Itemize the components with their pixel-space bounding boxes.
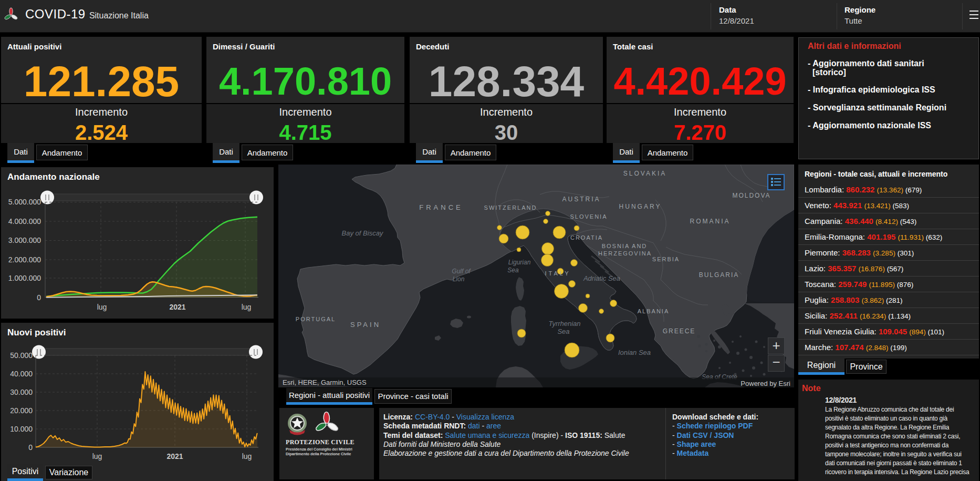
svg-text:HERZEGOVINA: HERZEGOVINA (598, 250, 652, 257)
svg-text:SERBIA: SERBIA (652, 256, 680, 262)
svg-text:ITALY: ITALY (545, 270, 571, 277)
svg-text:AUSTRIA: AUSTRIA (562, 196, 600, 203)
svg-text:ROMANIA: ROMANIA (690, 218, 730, 225)
svg-text:Adriatic Sea: Adriatic Sea (583, 274, 620, 282)
svg-text:ALBANIA: ALBANIA (638, 308, 669, 314)
svg-text:Gulf of: Gulf of (452, 268, 471, 275)
svg-text:HUNGARY: HUNGARY (619, 203, 662, 210)
svg-text:GREECE: GREECE (663, 328, 696, 335)
svg-text:BULGARIA: BULGARIA (699, 271, 739, 279)
svg-text:Tyrrhenian: Tyrrhenian (548, 320, 580, 328)
svg-text:Ionian Sea: Ionian Sea (618, 349, 651, 356)
svg-text:MOLDOVA: MOLDOVA (732, 192, 770, 199)
svg-text:Lion: Lion (453, 275, 465, 283)
svg-text:Ligurian: Ligurian (508, 259, 531, 266)
svg-text:Bay of Biscay: Bay of Biscay (342, 229, 384, 237)
svg-text:FRANCE: FRANCE (419, 203, 463, 211)
svg-text:SPAIN: SPAIN (350, 321, 381, 329)
svg-text:SWITZERLAND: SWITZERLAND (484, 204, 537, 211)
svg-text:BOSNIA AND: BOSNIA AND (602, 243, 648, 249)
svg-text:CROATIA: CROATIA (570, 234, 603, 241)
svg-text:Sea: Sea (507, 267, 519, 274)
svg-text:SLOVENIA: SLOVENIA (570, 213, 607, 220)
svg-text:PORTUGAL: PORTUGAL (296, 316, 336, 322)
svg-text:SLOVAKIA: SLOVAKIA (623, 170, 666, 177)
svg-text:Sea: Sea (557, 328, 569, 335)
